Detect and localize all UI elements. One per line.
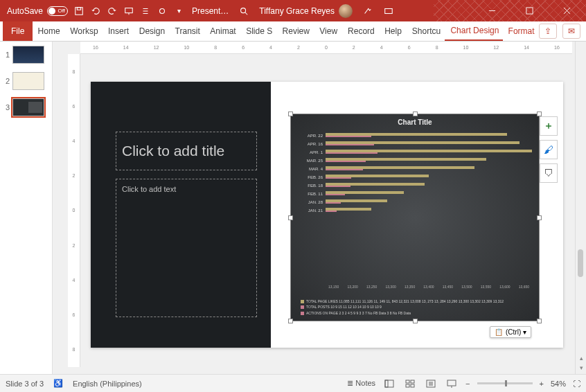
search-icon[interactable] bbox=[238, 6, 249, 17]
scrollbar-thumb[interactable] bbox=[578, 249, 583, 277]
slide-canvas-wrap[interactable]: Click to add title Click to add text Cha… bbox=[87, 61, 567, 368]
selection-handle[interactable] bbox=[288, 319, 293, 323]
svg-rect-2 bbox=[125, 8, 133, 12]
tab-view[interactable]: View bbox=[314, 21, 342, 41]
selection-handle[interactable] bbox=[413, 319, 418, 323]
ribbon-display-icon[interactable] bbox=[383, 6, 394, 17]
tab-design[interactable]: Design bbox=[134, 21, 170, 41]
from-beginning-icon[interactable] bbox=[123, 6, 134, 17]
chart-styles-button[interactable]: 🖌 bbox=[540, 140, 558, 159]
slide-thumbnails-panel[interactable]: 1 2 3 bbox=[0, 42, 53, 374]
thumbnail-1[interactable]: 1 bbox=[3, 46, 49, 64]
chart-object[interactable]: Chart Title APR. 22APR. 16APR. 1MAR. 25M… bbox=[290, 114, 540, 321]
minimize-button[interactable] bbox=[477, 0, 507, 21]
selection-handle[interactable] bbox=[288, 112, 293, 116]
chart-bar-row: JAN. 28 bbox=[298, 199, 532, 206]
share-button[interactable]: ⇪ bbox=[539, 24, 557, 39]
horizontal-ruler[interactable]: 1614121086420246810121416 bbox=[80, 42, 572, 54]
tab-help[interactable]: Help bbox=[379, 21, 407, 41]
selection-handle[interactable] bbox=[537, 319, 542, 323]
chart-category-label: JAN. 21 bbox=[298, 208, 326, 213]
chart-elements-button[interactable]: ＋ bbox=[540, 116, 558, 136]
svg-rect-7 bbox=[385, 380, 393, 387]
zoom-slider[interactable] bbox=[477, 382, 533, 384]
selection-handle[interactable] bbox=[413, 112, 418, 116]
close-button[interactable] bbox=[551, 0, 582, 21]
selection-handle[interactable] bbox=[288, 215, 293, 220]
autosave-switch[interactable]: Off bbox=[47, 6, 68, 16]
reading-view-button[interactable] bbox=[424, 378, 438, 389]
autosave-label: AutoSave bbox=[7, 6, 43, 16]
normal-view-button[interactable] bbox=[382, 378, 396, 389]
chart-plot-area[interactable]: APR. 22APR. 16APR. 1MAR. 25MAR. 4FEB. 26… bbox=[298, 132, 532, 280]
slideshow-button[interactable] bbox=[445, 378, 459, 389]
tab-file[interactable]: File bbox=[3, 21, 33, 41]
thumbnail-2[interactable]: 2 bbox=[3, 72, 49, 90]
chart-bar-row: APR. 1 bbox=[298, 149, 532, 156]
chart-category-label: APR. 16 bbox=[298, 142, 326, 146]
tab-home[interactable]: Home bbox=[33, 21, 65, 41]
document-name[interactable]: Present… bbox=[192, 6, 229, 16]
tab-shortcuts[interactable]: Shortcu bbox=[407, 21, 445, 41]
chart-category-label: MAR. 4 bbox=[298, 167, 326, 171]
tab-chart-design[interactable]: Chart Design bbox=[445, 21, 502, 41]
tab-slideshow[interactable]: Slide S bbox=[240, 21, 276, 41]
svg-rect-14 bbox=[447, 380, 456, 386]
chart-filters-button[interactable]: ⛉ bbox=[540, 163, 558, 183]
chart-bar-row: MAR. 25 bbox=[298, 157, 532, 164]
selection-handle[interactable] bbox=[537, 112, 542, 116]
vertical-ruler[interactable]: 864202468 bbox=[68, 54, 80, 367]
language-status[interactable]: English (Philippines) bbox=[73, 380, 142, 388]
svg-rect-10 bbox=[411, 380, 414, 383]
clipboard-icon: 📋 bbox=[495, 328, 503, 336]
zoom-level[interactable]: 54% bbox=[551, 380, 566, 388]
qat-more-icon[interactable]: ▾ bbox=[173, 6, 184, 17]
chart-bar-secondary bbox=[326, 202, 341, 204]
tab-recording[interactable]: Record bbox=[342, 21, 379, 41]
chart-bar-row: MAR. 4 bbox=[298, 166, 532, 172]
maximize-button[interactable] bbox=[514, 0, 544, 21]
user-account[interactable]: Tiffany Grace Reyes bbox=[259, 4, 353, 18]
chart-bar-secondary bbox=[326, 152, 378, 154]
slide[interactable]: Click to add title Click to add text Cha… bbox=[91, 82, 563, 348]
slide-editor: 1614121086420246810121416 864202468 Clic… bbox=[53, 42, 586, 374]
svg-rect-5 bbox=[385, 8, 393, 13]
title-placeholder[interactable]: Click to add title bbox=[116, 132, 257, 170]
text-placeholder[interactable]: Click to add text bbox=[116, 179, 257, 317]
tab-transitions[interactable]: Transit bbox=[170, 21, 205, 41]
thumbnail-2-preview bbox=[12, 72, 44, 90]
chart-bar-row: APR. 16 bbox=[298, 141, 532, 148]
main-area: 1 2 3 1614121086420246810121416 86420246… bbox=[0, 42, 586, 374]
window-controls bbox=[477, 0, 586, 21]
zoom-out-button[interactable]: − bbox=[465, 380, 470, 388]
slide-sorter-button[interactable] bbox=[403, 378, 417, 389]
thumbnail-1-preview bbox=[12, 46, 44, 64]
tab-insert[interactable]: Insert bbox=[103, 21, 134, 41]
scroll-up-icon[interactable]: ▴ bbox=[576, 353, 586, 363]
comments-button[interactable]: ✉ bbox=[562, 24, 580, 39]
tab-review[interactable]: Review bbox=[277, 21, 314, 41]
thumbnail-3[interactable]: 3 bbox=[3, 98, 49, 116]
autosave-toggle[interactable]: AutoSave Off bbox=[7, 6, 68, 16]
tab-workspace[interactable]: Worksp bbox=[64, 21, 103, 41]
save-icon[interactable] bbox=[73, 6, 85, 17]
notes-toggle[interactable]: ≣ Notes bbox=[347, 379, 375, 388]
undo-icon[interactable] bbox=[90, 6, 101, 17]
selection-handle[interactable] bbox=[537, 215, 542, 220]
coming-soon-icon[interactable] bbox=[362, 6, 373, 17]
ribbon-tabs: File Home Worksp Insert Design Transit A… bbox=[0, 21, 586, 42]
slide-left-pane: Click to add title Click to add text bbox=[91, 82, 271, 348]
tab-animations[interactable]: Animat bbox=[204, 21, 240, 41]
paste-options-button[interactable]: 📋 (Ctrl) ▾ bbox=[490, 326, 531, 338]
fit-to-window-button[interactable]: ⛶ bbox=[573, 380, 580, 388]
zoom-in-button[interactable]: + bbox=[540, 380, 544, 388]
chart-bar-secondary bbox=[326, 211, 337, 212]
redo-icon[interactable] bbox=[107, 6, 118, 17]
list-icon[interactable] bbox=[140, 6, 151, 17]
touch-mode-icon[interactable] bbox=[157, 6, 168, 17]
accessibility-icon[interactable]: ♿ bbox=[53, 379, 63, 388]
slide-counter[interactable]: Slide 3 of 3 bbox=[6, 380, 44, 388]
tab-format[interactable]: Format bbox=[503, 21, 539, 41]
vertical-scrollbar[interactable]: ▴ ▾ bbox=[575, 42, 586, 374]
scroll-down-icon[interactable]: ▾ bbox=[576, 363, 586, 373]
